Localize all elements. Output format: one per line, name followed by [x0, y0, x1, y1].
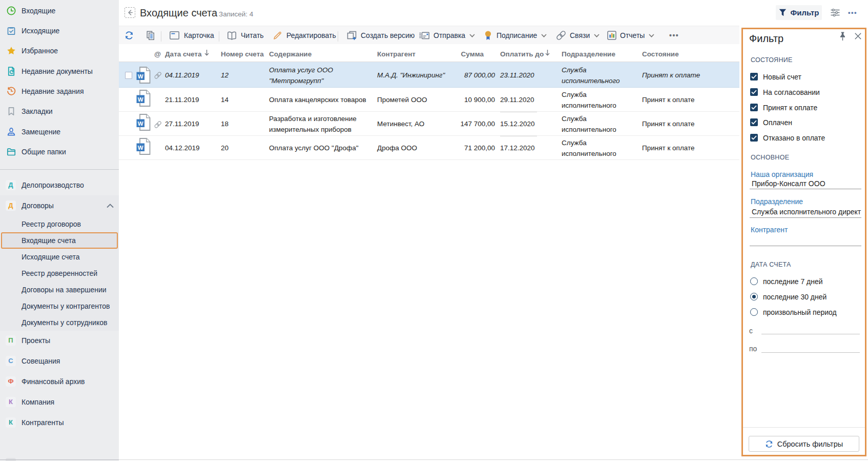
- svg-text:W: W: [138, 121, 143, 127]
- svg-text:W: W: [138, 145, 143, 151]
- svg-text:W: W: [138, 96, 143, 103]
- svg-text:W: W: [138, 73, 143, 79]
